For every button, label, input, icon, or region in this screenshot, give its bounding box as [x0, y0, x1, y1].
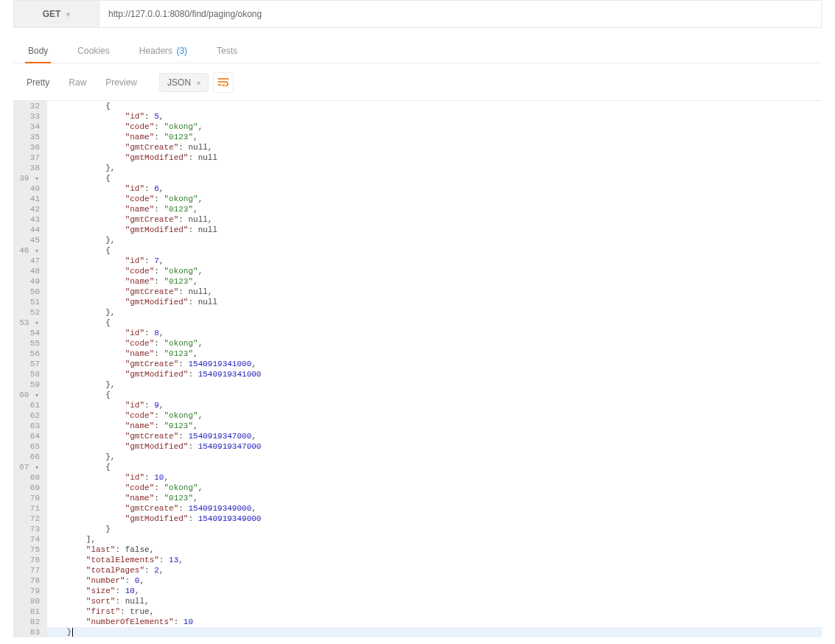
- format-select[interactable]: JSON ▾: [159, 73, 209, 92]
- format-label: JSON: [167, 77, 191, 88]
- wrap-icon: [217, 77, 229, 88]
- response-tabs: Body Cookies Headers (3) Tests: [13, 38, 822, 63]
- code-area[interactable]: { "id": 5, "code": "okong", "name": "012…: [47, 101, 822, 637]
- url-input[interactable]: [99, 1, 821, 27]
- tab-headers-label: Headers: [139, 46, 172, 56]
- tab-cookies-label: Cookies: [77, 46, 109, 56]
- line-gutter: 32 33 34 35 36 37 38 39 ▾40 41 42 43 44 …: [13, 101, 47, 637]
- body-toolbar: Pretty Raw Preview JSON ▾: [0, 63, 835, 100]
- response-body-editor[interactable]: 32 33 34 35 36 37 38 39 ▾40 41 42 43 44 …: [13, 100, 822, 637]
- viewmode-raw[interactable]: Raw: [61, 73, 94, 92]
- wrap-lines-button[interactable]: [213, 72, 234, 93]
- tab-tests[interactable]: Tests: [214, 38, 240, 63]
- tab-body[interactable]: Body: [25, 38, 51, 63]
- method-select[interactable]: GET ▾: [14, 1, 99, 27]
- chevron-down-icon: ▾: [66, 10, 70, 18]
- method-label: GET: [43, 9, 61, 19]
- tab-cookies[interactable]: Cookies: [74, 38, 112, 63]
- tab-tests-label: Tests: [217, 46, 237, 56]
- tab-headers[interactable]: Headers (3): [136, 38, 190, 63]
- tab-headers-count: (3): [176, 46, 187, 56]
- chevron-down-icon: ▾: [197, 79, 200, 87]
- request-bar: GET ▾: [13, 0, 822, 28]
- viewmode-preview[interactable]: Preview: [98, 73, 144, 92]
- viewmode-pretty[interactable]: Pretty: [19, 73, 57, 92]
- tab-body-label: Body: [28, 46, 48, 56]
